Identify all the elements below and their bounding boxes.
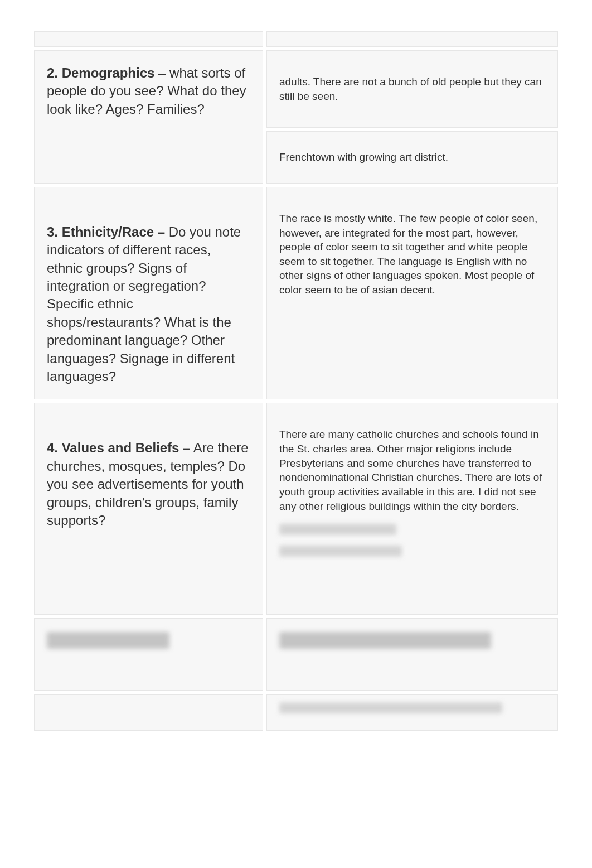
answer-text: There are many catholic churches and sch… <box>279 427 545 513</box>
answer-text: The race is mostly white. The few people… <box>279 211 545 297</box>
answer-text: Frenchtown with growing art district. <box>279 150 545 165</box>
table-row: 2. Demographics – what sorts of people d… <box>34 50 558 128</box>
answer-cell-demographics-2: Frenchtown with growing art district. <box>266 131 558 184</box>
question-title: 4. Values and Beliefs – <box>47 440 190 455</box>
question-title: 2. Demographics <box>47 65 154 80</box>
content-table: 2. Demographics – what sorts of people d… <box>31 28 561 734</box>
blurred-heading-left <box>34 618 263 691</box>
empty-cell <box>34 694 263 731</box>
question-text: Do you note indicators of different race… <box>47 224 241 384</box>
redacted-lines <box>279 524 545 567</box>
blurred-line-cell <box>266 694 558 731</box>
answer-cell-values: There are many catholic churches and sch… <box>266 403 558 614</box>
table-row <box>34 694 558 731</box>
answer-cell-demographics-1: adults. There are not a bunch of old peo… <box>266 50 558 128</box>
answer-cell-ethnicity: The race is mostly white. The few people… <box>266 187 558 400</box>
question-cell-demographics: 2. Demographics – what sorts of people d… <box>34 50 263 184</box>
table-row <box>34 618 558 691</box>
question-title: 3. Ethnicity/Race – <box>47 224 165 239</box>
question-cell-ethnicity: 3. Ethnicity/Race – Do you note indicato… <box>34 187 263 400</box>
document-page: 2. Demographics – what sorts of people d… <box>0 0 592 768</box>
blurred-heading-right <box>266 618 558 691</box>
table-row: 3. Ethnicity/Race – Do you note indicato… <box>34 187 558 400</box>
question-cell-values: 4. Values and Beliefs – Are there church… <box>34 403 263 614</box>
answer-text: adults. There are not a bunch of old peo… <box>279 75 545 103</box>
table-row: 4. Values and Beliefs – Are there church… <box>34 403 558 614</box>
